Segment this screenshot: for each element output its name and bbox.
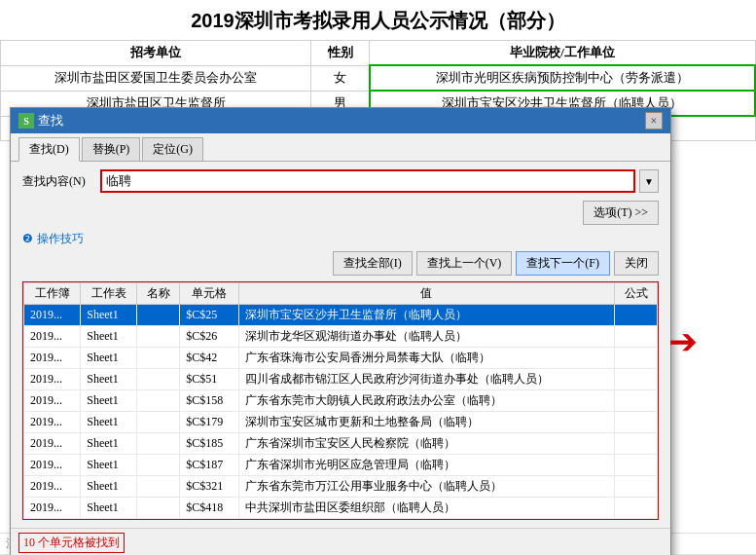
results-cell: Sheet1: [81, 326, 137, 348]
results-cell: 2019...: [24, 390, 81, 412]
hint-row[interactable]: ❷ 操作技巧: [22, 231, 659, 247]
col-value: 值: [238, 283, 614, 305]
dialog-body: 查找内容(N) ▼ 选项(T) >> ❷ 操作技巧 查找全部(I) 查找上一个(…: [11, 162, 670, 528]
results-cell: [137, 369, 180, 390]
find-prev-button[interactable]: 查找上一个(V): [416, 251, 513, 276]
footer-count: 10 个单元格被找到: [18, 533, 125, 553]
results-row[interactable]: 2019...Sheet1$C$321广东省东莞市万江公用事业服务中心（临聘人员…: [24, 476, 658, 498]
col-workbook: 工作簿: [24, 283, 81, 305]
results-formula-cell: [615, 455, 658, 476]
results-cell: Sheet1: [81, 348, 137, 369]
col-name: 名称: [137, 283, 180, 305]
results-formula-cell: [615, 498, 658, 519]
results-cell: [137, 305, 180, 326]
col-header-gender: 性别: [311, 41, 370, 66]
col-header-school: 毕业院校/工作单位: [370, 41, 755, 66]
table-row: 深圳市盐田区爱国卫生委员会办公室 女 深圳市光明区疾病预防控制中心（劳务派遣）: [1, 65, 756, 91]
results-cell: Sheet1: [81, 412, 137, 433]
dialog-icon: S: [18, 113, 34, 129]
results-formula-cell: [615, 412, 658, 433]
results-cell: $C$51: [180, 369, 239, 390]
results-cell: $C$179: [180, 412, 239, 433]
col-header-unit: 招考单位: [1, 41, 311, 66]
results-cell: $C$187: [180, 455, 239, 476]
results-cell: [137, 455, 180, 476]
close-dialog-button[interactable]: 关闭: [614, 251, 659, 276]
dialog-tabs: 查找(D) 替换(P) 定位(G): [11, 133, 670, 162]
results-cell: Sheet1: [81, 390, 137, 412]
results-cell: $C$158: [180, 390, 239, 412]
hint-icon: ❷: [22, 232, 33, 246]
dialog-title: 查找: [38, 112, 63, 130]
col-formula: 公式: [615, 283, 658, 305]
page-title: 2019深圳市考拟录用人员公示情况（部分）: [0, 0, 756, 40]
dialog-footer: 10 个单元格被找到: [11, 528, 670, 555]
results-cell: 深圳市宝安区城市更新和土地整备局（临聘）: [238, 412, 614, 433]
results-cell: 广东省深圳市宝安区人民检察院（临聘）: [238, 433, 614, 455]
results-cell: 2019...: [24, 455, 81, 476]
results-cell: 2019...: [24, 369, 81, 390]
close-button[interactable]: ×: [645, 112, 663, 130]
results-formula-cell: [615, 305, 658, 326]
results-formula-cell: [615, 476, 658, 498]
results-formula-cell: [615, 369, 658, 390]
results-formula-cell: [615, 348, 658, 369]
results-cell: Sheet1: [81, 433, 137, 455]
results-cell: Sheet1: [81, 369, 137, 390]
results-cell: 2019...: [24, 498, 81, 519]
results-row[interactable]: 2019...Sheet1$C$26深圳市龙华区观湖街道办事处（临聘人员）: [24, 326, 658, 348]
results-cell: 2019...: [24, 433, 81, 455]
options-button[interactable]: 选项(T) >>: [583, 201, 659, 225]
results-row[interactable]: 2019...Sheet1$C$187广东省深圳市光明区应急管理局（临聘）: [24, 455, 658, 476]
find-next-button[interactable]: 查找下一个(F): [516, 251, 610, 276]
results-cell: [137, 326, 180, 348]
results-cell: 广东省东莞市大朗镇人民政府政法办公室（临聘）: [238, 390, 614, 412]
action-row: 查找全部(I) 查找上一个(V) 查找下一个(F) 关闭: [22, 251, 659, 276]
results-row[interactable]: 2019...Sheet1$C$51四川省成都市锦江区人民政府沙河街道办事处（临…: [24, 369, 658, 390]
results-cell: 中共深圳市盐田区委组织部（临聘人员）: [238, 498, 614, 519]
results-table: 工作簿 工作表 名称 单元格 值 公式 2019...Sheet1$C$25深圳…: [23, 282, 658, 519]
results-cell: $C$26: [180, 326, 239, 348]
results-formula-cell: [615, 433, 658, 455]
col-cell: 单元格: [180, 283, 239, 305]
options-row: 选项(T) >>: [22, 201, 659, 225]
results-cell: 四川省成都市锦江区人民政府沙河街道办事处（临聘人员）: [238, 369, 614, 390]
results-cell: 2019...: [24, 305, 81, 326]
search-dropdown-btn[interactable]: ▼: [639, 169, 659, 193]
results-cell: 深圳市宝安区沙井卫生监督所（临聘人员）: [238, 305, 614, 326]
results-cell: [137, 498, 180, 519]
results-cell: 深圳市龙华区观湖街道办事处（临聘人员）: [238, 326, 614, 348]
results-cell: 2019...: [24, 348, 81, 369]
dialog-titlebar: S 查找 ×: [11, 108, 670, 133]
results-row[interactable]: 2019...Sheet1$C$158广东省东莞市大朗镇人民政府政法办公室（临聘…: [24, 390, 658, 412]
results-cell: $C$321: [180, 476, 239, 498]
search-input[interactable]: [100, 169, 635, 193]
titlebar-left: S 查找: [18, 112, 63, 130]
results-cell: [137, 433, 180, 455]
results-formula-cell: [615, 326, 658, 348]
tab-replace[interactable]: 替换(P): [82, 137, 141, 161]
red-arrow-annotation: ➔: [668, 321, 698, 362]
results-row[interactable]: 2019...Sheet1$C$42广东省珠海市公安局香洲分局禁毒大队（临聘）: [24, 348, 658, 369]
find-all-button[interactable]: 查找全部(I): [333, 251, 413, 276]
col-worksheet: 工作表: [81, 283, 137, 305]
results-cell: 2019...: [24, 326, 81, 348]
tab-find[interactable]: 查找(D): [18, 137, 80, 162]
results-row[interactable]: 2019...Sheet1$C$418中共深圳市盐田区委组织部（临聘人员）: [24, 498, 658, 519]
search-row: 查找内容(N) ▼: [22, 169, 659, 193]
results-cell: 广东省东莞市万江公用事业服务中心（临聘人员）: [238, 476, 614, 498]
results-cell: [137, 390, 180, 412]
results-cell: Sheet1: [81, 498, 137, 519]
results-cell: $C$185: [180, 433, 239, 455]
results-formula-cell: [615, 390, 658, 412]
results-row[interactable]: 2019...Sheet1$C$185广东省深圳市宝安区人民检察院（临聘）: [24, 433, 658, 455]
tab-goto[interactable]: 定位(G): [142, 137, 203, 161]
results-cell: 2019...: [24, 412, 81, 433]
results-row[interactable]: 2019...Sheet1$C$179深圳市宝安区城市更新和土地整备局（临聘）: [24, 412, 658, 433]
results-cell: Sheet1: [81, 476, 137, 498]
results-cell: 广东省珠海市公安局香洲分局禁毒大队（临聘）: [238, 348, 614, 369]
search-input-wrapper: ▼: [100, 169, 659, 193]
results-row[interactable]: 2019...Sheet1$C$25深圳市宝安区沙井卫生监督所（临聘人员）: [24, 305, 658, 326]
results-cell: [137, 476, 180, 498]
results-table-wrapper: 工作簿 工作表 名称 单元格 值 公式 2019...Sheet1$C$25深圳…: [22, 281, 659, 520]
